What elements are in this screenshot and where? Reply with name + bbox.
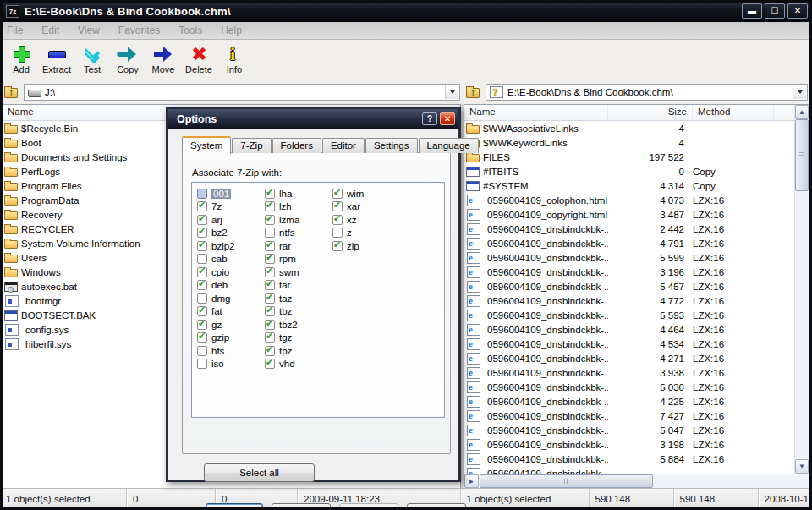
menu-tools[interactable]: Tools: [178, 23, 211, 38]
associate-item-bzip2[interactable]: bzip2: [197, 239, 265, 253]
list-item[interactable]: $WWAssociativeLinks4: [464, 121, 794, 135]
toolbar-extract-button[interactable]: Extract: [39, 42, 74, 80]
list-item[interactable]: 0596004109_dnsbindckbk-...3 938LZX:16: [464, 365, 794, 380]
toolbar-delete-button[interactable]: Delete: [181, 42, 217, 80]
associate-item-wim[interactable]: wim: [332, 187, 400, 200]
left-address-combo[interactable]: J:\: [24, 84, 460, 101]
list-item[interactable]: 0596004109_dnsbindckbk-...4 464LZX:16: [464, 322, 794, 337]
right-address-combo[interactable]: E:\E-Book\Dns & Bind Cookbook.chm\: [486, 84, 808, 101]
list-item[interactable]: 0596004109_dnsbindckbk-...3 196LZX:16: [464, 265, 794, 279]
list-item[interactable]: 0596004109_dnsbindckbk-...5 047LZX:16: [464, 423, 794, 437]
list-item[interactable]: 0596004109_dnsbindckbk-...5 593LZX:16: [464, 308, 794, 322]
list-item[interactable]: 0596004109_dnsbindckbk-...4 791LZX:16: [464, 236, 794, 250]
left-up-button[interactable]: [2, 82, 24, 102]
associate-item-gz[interactable]: gz: [197, 318, 265, 332]
list-item[interactable]: 0596004109_dnsbindckbk-...4 271LZX:16: [464, 351, 794, 365]
minimize-button[interactable]: ▬: [742, 3, 762, 19]
associate-item-bz2[interactable]: bz2: [197, 227, 265, 240]
toolbar-add-button[interactable]: Add: [3, 42, 39, 80]
list-item[interactable]: 0596004109_dnsbindckbk-...5 457LZX:16: [464, 279, 794, 293]
associate-item-z[interactable]: z: [332, 227, 400, 240]
associate-item-tpz[interactable]: tpz: [265, 344, 332, 358]
dialog-close-button[interactable]: ✕: [440, 112, 455, 125]
associate-item-zip[interactable]: zip: [332, 239, 400, 253]
associate-item-deb[interactable]: deb: [197, 279, 265, 293]
column-method[interactable]: Method: [693, 105, 774, 120]
list-item[interactable]: 0596004109_dnsbindckbk-...4 534LZX:16: [464, 337, 794, 351]
scroll-down-icon[interactable]: ▼: [795, 459, 809, 474]
list-item[interactable]: 0596004109_copyright.html3 487LZX:16: [464, 207, 794, 222]
associate-item-lha[interactable]: lha: [265, 187, 332, 200]
associate-item-tbz2[interactable]: tbz2: [265, 318, 332, 332]
associate-item-rpm[interactable]: rpm: [265, 253, 332, 266]
menu-favorites[interactable]: Favorites: [118, 23, 168, 38]
associate-item-cpio[interactable]: cpio: [197, 266, 265, 279]
list-item[interactable]: 0596004109_dnsbindckbk-...4 772LZX:16: [464, 293, 794, 308]
list-item[interactable]: 0596004109_dnsbindckbk-...5 599LZX:16: [464, 250, 794, 265]
chevron-down-icon[interactable]: [793, 85, 806, 99]
associate-item-tar[interactable]: tar: [265, 279, 332, 293]
column-size[interactable]: Size: [608, 105, 693, 120]
menu-view[interactable]: View: [78, 23, 108, 38]
vertical-scrollbar[interactable]: ▲ ▼: [794, 105, 809, 474]
associate-item-vhd[interactable]: vhd: [265, 358, 332, 371]
list-item[interactable]: #SYSTEM4 314Copy: [464, 178, 794, 193]
tab-settings[interactable]: Settings: [365, 138, 418, 153]
list-item[interactable]: 0596004109_dnsbindckbk-...5 030LZX:16: [464, 380, 794, 394]
list-item[interactable]: FILES197 522: [464, 150, 794, 164]
list-item[interactable]: 0596004109_dnsbindckbk-...4 225LZX:16: [464, 394, 794, 409]
toolbar-test-button[interactable]: Test: [74, 42, 110, 80]
associate-item-iso[interactable]: iso: [197, 358, 265, 371]
menu-file[interactable]: File: [7, 23, 31, 38]
dialog-help-button[interactable]: ?: [422, 112, 437, 125]
associate-item-001[interactable]: 001: [197, 187, 265, 200]
help-button[interactable]: Help: [407, 503, 466, 510]
associate-item-cab[interactable]: cab: [197, 253, 265, 266]
associate-item-swm[interactable]: swm: [265, 266, 332, 279]
associate-item-taz[interactable]: taz: [265, 292, 332, 305]
list-item[interactable]: 0596004109_dnsbindckbk-...7 427LZX:16: [464, 409, 794, 423]
list-item[interactable]: 0596004109_dnsbindckbk-...: [464, 466, 794, 474]
toolbar-copy-button[interactable]: Copy: [110, 42, 145, 80]
tab-folders[interactable]: Folders: [272, 138, 321, 153]
list-item[interactable]: 0596004109_dnsbindckbk-...2 442LZX:16: [464, 222, 794, 236]
associate-item-xar[interactable]: xar: [332, 200, 400, 214]
associate-item-arj[interactable]: arj: [197, 213, 265, 227]
maximize-button[interactable]: ☐: [765, 3, 785, 19]
associate-item-lzh[interactable]: lzh: [265, 200, 332, 214]
associate-item-hfs[interactable]: hfs: [197, 344, 265, 358]
list-item[interactable]: #ITBITS0Copy: [464, 164, 794, 178]
associate-item-7z[interactable]: 7z: [197, 200, 265, 214]
associate-item-tbz[interactable]: tbz: [265, 305, 332, 319]
associate-item-dmg[interactable]: dmg: [197, 292, 265, 305]
scrollbar-thumb[interactable]: [480, 474, 653, 488]
tab-language[interactable]: Language: [419, 138, 479, 153]
associate-item-rar[interactable]: rar: [265, 239, 332, 253]
list-item[interactable]: 0596004109_colophon.html4 073LZX:16: [464, 193, 794, 207]
close-button[interactable]: ✕: [787, 3, 808, 19]
scroll-right-icon[interactable]: ►: [464, 474, 479, 488]
tab-editor[interactable]: Editor: [322, 138, 365, 153]
menu-help[interactable]: Help: [221, 23, 250, 38]
select-all-button[interactable]: Select all: [204, 463, 315, 482]
associate-item-lzma[interactable]: lzma: [265, 213, 332, 227]
cancel-button[interactable]: Cancel: [272, 503, 331, 510]
tab-system[interactable]: System: [182, 136, 231, 154]
ok-button[interactable]: OK: [206, 503, 263, 510]
list-item[interactable]: 0596004109_dnsbindckbk-...5 884LZX:16: [464, 452, 794, 466]
list-item[interactable]: $WWKeywordLinks4: [464, 135, 794, 150]
chevron-down-icon[interactable]: [445, 85, 458, 99]
associate-item-ntfs[interactable]: ntfs: [265, 227, 332, 240]
horizontal-scrollbar[interactable]: ◄ ►: [464, 474, 809, 488]
associate-item-gzip[interactable]: gzip: [197, 332, 265, 345]
right-up-button[interactable]: [464, 82, 486, 102]
toolbar-info-button[interactable]: Info: [217, 42, 252, 80]
associate-item-xz[interactable]: xz: [332, 213, 400, 227]
titlebar[interactable]: 7z E:\E-Book\Dns & Bind Cookbook.chm\ ▬ …: [0, 0, 812, 22]
toolbar-move-button[interactable]: Move: [145, 42, 181, 80]
scrollbar-thumb[interactable]: [795, 119, 809, 191]
scroll-up-icon[interactable]: ▲: [795, 105, 809, 119]
column-name[interactable]: Name: [464, 105, 608, 120]
tab-7-zip[interactable]: 7-Zip: [232, 138, 271, 153]
associate-item-fat[interactable]: fat: [197, 305, 265, 319]
